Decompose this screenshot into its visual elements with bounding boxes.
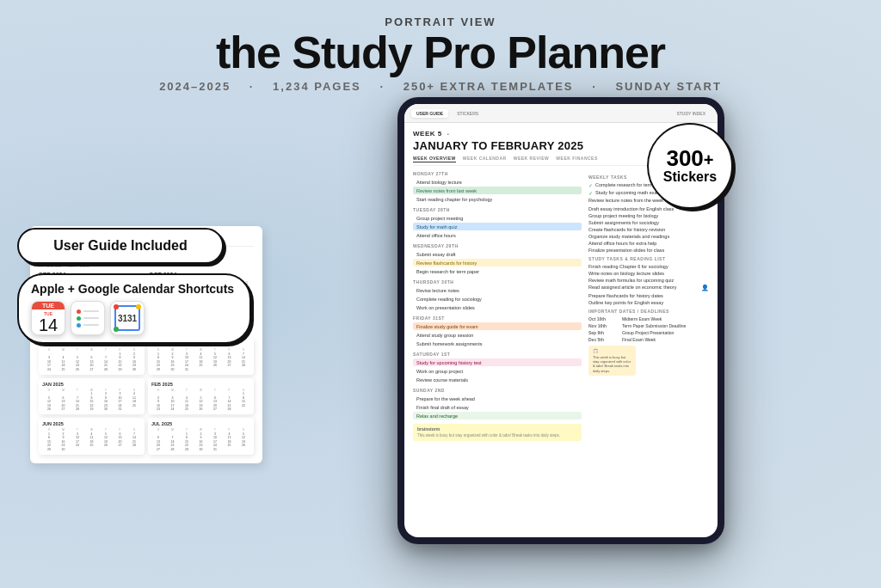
thursday-label: THURSDAY 30TH (413, 279, 582, 285)
saturday-label: SATURDAY 1ST (413, 352, 582, 357)
task-item: Relax and recharge (413, 412, 582, 420)
task-item: Prepare flashcards for history dates (588, 293, 709, 298)
monday-section: MONDAY 27TH Attend biology lecture Revie… (413, 171, 582, 203)
jan-cal: JAN 2025 SMTWTFS 1234 567891011 12131415… (39, 378, 145, 415)
task-text: Prepare flashcards for history dates (588, 293, 709, 298)
study-tasks-title: STUDY TASKS & READING LIST (588, 256, 709, 261)
main-title: the Study Pro Planner (0, 30, 881, 75)
task-item: Create flashcards for history revision (588, 227, 709, 232)
planner-columns: MONDAY 27TH Attend biology lecture Revie… (413, 171, 709, 530)
task-item: Attend office hours (413, 231, 582, 239)
sticky-note: 📋 This week is busy but stay organized w… (588, 346, 636, 376)
important-dates-title: IMPORTANT DATES / DEADLINES (588, 309, 709, 314)
apple-calendar-icon: TUE TUE 14 (31, 301, 65, 335)
subtab-week-finances[interactable]: WEEK FINANCES (556, 156, 597, 162)
task-item: Review flashcards for history (413, 259, 582, 266)
date-text: Midterm Exam Week (622, 316, 662, 322)
date-item: Dec 5th Final Exam Week (588, 337, 709, 342)
mini-months-grid: NOV 2024 SMTWTFS 12 3456789 101112131415… (39, 338, 254, 455)
task-item: Begin research for term paper (413, 267, 582, 275)
task-item: Group project meeting (413, 214, 582, 222)
task-item: Work on presentation slides (413, 303, 582, 311)
task-text: Write notes on biology lecture slides (588, 271, 709, 276)
task-item: Finalize study guide for exam (413, 322, 582, 330)
task-item: Group project meeting for biology (588, 213, 709, 218)
task-item: Finish final draft of essay (413, 403, 582, 411)
apple-cal-day-number: 14 (39, 316, 58, 334)
task-item: Review course materials (413, 376, 582, 383)
stickers-badge: 300+ Stickers (647, 123, 733, 209)
date-text: Group Project Presentation (622, 330, 674, 335)
task-item: Submit assignments for sociology (588, 220, 709, 225)
days-column: MONDAY 27TH Attend biology lecture Revie… (413, 171, 582, 530)
subtab-week-review[interactable]: WEEK REVIEW (514, 156, 550, 162)
task-item: Submit homework assignments (413, 340, 582, 347)
task-item: Study for math quiz (413, 223, 582, 230)
check-icon: ✓ (588, 182, 593, 188)
brainstorm-label: brainstorm (417, 426, 577, 432)
sunday-section: SUNDAY 2ND Prepare for the week ahead Fi… (413, 388, 582, 420)
app-icons-row: TUE TUE 14 (31, 301, 237, 335)
task-item: Complete reading for sociology (413, 295, 582, 303)
date-item: Sep 9th Group Project Presentation (588, 330, 709, 335)
task-item: Write notes on biology lecture slides (588, 271, 709, 276)
center-panel: 300+ Stickers USER GUIDE STICKERS STUDY … (258, 101, 864, 544)
date-separator: • (447, 132, 449, 137)
wednesday-label: WEDNESDAY 29TH (413, 243, 582, 248)
tab-user-guide[interactable]: USER GUIDE (411, 109, 448, 118)
wednesday-section: WEDNESDAY 29TH Submit essay draft Review… (413, 243, 582, 275)
task-item: Finish reading Chapter 6 for sociology (588, 264, 709, 269)
task-text: Review math formulas for upcoming quiz (588, 278, 709, 283)
task-text: Outline key points for English essay (588, 300, 709, 305)
task-text: Group project meeting for biology (588, 213, 709, 218)
thursday-section: THURSDAY 30TH Revise lecture notes Compl… (413, 279, 582, 311)
tuesday-label: TUESDAY 28TH (413, 207, 582, 212)
calendar-shortcuts-label: Apple + Google Calendar Shortcuts (31, 282, 237, 296)
subtab-week-overview[interactable]: WEEK OVERVIEW (413, 156, 456, 162)
task-item: Attend office hours for extra help (588, 241, 709, 246)
calendar-shortcuts-badge: Apple + Google Calendar Shortcuts TUE TU… (17, 273, 251, 344)
monday-label: MONDAY 27TH (413, 171, 582, 176)
date-text: Final Exam Week (622, 337, 656, 342)
tablet-top-tabs: USER GUIDE STICKERS STUDY INDEX (404, 104, 718, 123)
google-calendar-icon: 31 (110, 301, 145, 335)
task-text: Finish reading Chapter 6 for sociology (588, 264, 709, 269)
tasks-column: WEEKLY TASKS ✓ Complete research for ter… (588, 171, 709, 530)
task-item: Finalize presentation slides for class (588, 248, 709, 253)
apple-cal-header: TUE (32, 302, 65, 309)
jul-cal: JUL 2025 SMTWTFS 12345 6789101112 131415… (148, 418, 254, 455)
feb-cal: FEB 2025 SMTWTFS 1 2345678 9101112131415… (148, 378, 254, 415)
sticky-note-text: This week is busy but stay organized wit… (593, 355, 631, 373)
task-item: Revise lecture notes (413, 286, 582, 294)
date-text: Term Paper Submission Deadline (622, 323, 686, 328)
tablet-wrapper: 300+ Stickers USER GUIDE STICKERS STUDY … (397, 97, 724, 544)
task-item: Review notes from last week (413, 187, 582, 194)
task-text: Attend office hours for extra help (588, 241, 709, 246)
subtab-week-calendar[interactable]: WEEK CALENDAR (463, 156, 507, 162)
task-item: Outline key points for English essay (588, 300, 709, 305)
week-number: WEEK 5 (413, 130, 442, 138)
tab-study-index[interactable]: STUDY INDEX (671, 109, 711, 118)
task-text: Organize study materials and readings (588, 234, 709, 239)
task-item: Read assigned article on economic theory… (588, 285, 709, 291)
left-panel: USER GUIDE STICKERS 2024-2025 CALENDAR M… (17, 101, 275, 544)
task-item: Start reading chapter for psychology (413, 195, 582, 203)
task-text: Read assigned article on economic theory (588, 285, 699, 290)
main-content: USER GUIDE STICKERS 2024-2025 CALENDAR M… (0, 101, 881, 544)
task-item: Review math formulas for upcoming quiz (588, 278, 709, 283)
tab-stickers[interactable]: STICKERS (452, 109, 484, 118)
task-item: Study for upcoming history test (413, 358, 582, 366)
reminders-icon (71, 301, 105, 335)
task-text: Finalize presentation slides for class (588, 248, 709, 253)
saturday-section: SATURDAY 1ST Study for upcoming history … (413, 352, 582, 383)
check-icon: ✓ (588, 190, 593, 196)
task-item: Attend biology lecture (413, 178, 582, 186)
date-item: Oct 10th Midterm Exam Week (588, 316, 709, 322)
task-item: Prepare for the week ahead (413, 395, 582, 402)
brainstorm-section: brainstorm This week is busy but stay or… (413, 424, 582, 441)
portrait-label: PORTRAIT VIEW (0, 15, 881, 28)
user-guide-badge: User Guide Included (17, 228, 224, 264)
friday-section: FRIDAY 31ST Finalize study guide for exa… (413, 315, 582, 347)
subtitle-bar: 2024–2025 · 1,234 PAGES · 250+ EXTRA TEM… (0, 80, 881, 93)
date-item: Nov 16th Term Paper Submission Deadline (588, 323, 709, 328)
